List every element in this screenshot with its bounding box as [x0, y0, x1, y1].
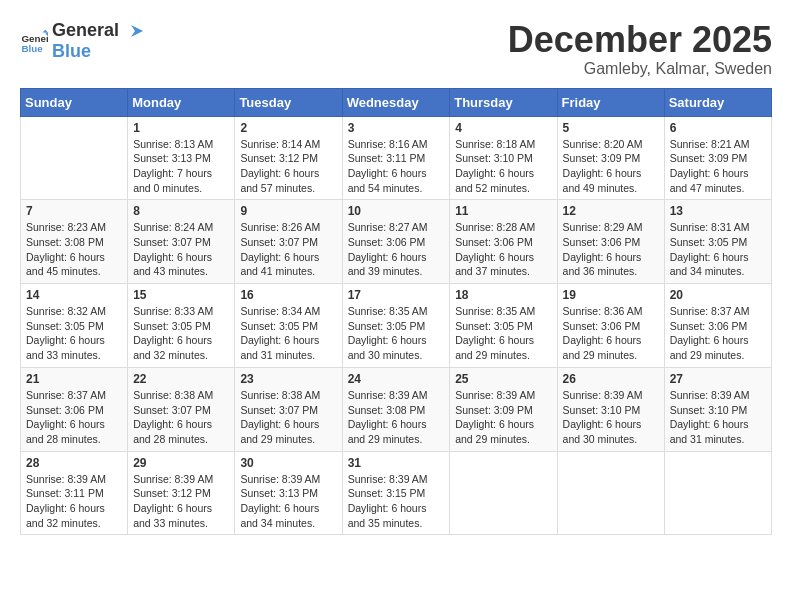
day-info: Sunrise: 8:37 AMSunset: 3:06 PMDaylight:…: [26, 388, 122, 447]
logo-arrow-icon: [121, 23, 143, 39]
calendar-day-cell: [450, 451, 557, 535]
weekday-header-row: SundayMondayTuesdayWednesdayThursdayFrid…: [21, 88, 772, 116]
day-info: Sunrise: 8:34 AMSunset: 3:05 PMDaylight:…: [240, 304, 336, 363]
weekday-header-cell: Thursday: [450, 88, 557, 116]
day-number: 10: [348, 204, 445, 218]
day-info: Sunrise: 8:29 AMSunset: 3:06 PMDaylight:…: [563, 220, 659, 279]
day-info: Sunrise: 8:24 AMSunset: 3:07 PMDaylight:…: [133, 220, 229, 279]
day-info: Sunrise: 8:13 AMSunset: 3:13 PMDaylight:…: [133, 137, 229, 196]
day-number: 26: [563, 372, 659, 386]
day-info: Sunrise: 8:31 AMSunset: 3:05 PMDaylight:…: [670, 220, 766, 279]
day-info: Sunrise: 8:26 AMSunset: 3:07 PMDaylight:…: [240, 220, 336, 279]
day-info: Sunrise: 8:36 AMSunset: 3:06 PMDaylight:…: [563, 304, 659, 363]
day-number: 21: [26, 372, 122, 386]
calendar-day-cell: 26 Sunrise: 8:39 AMSunset: 3:10 PMDaylig…: [557, 367, 664, 451]
day-info: Sunrise: 8:39 AMSunset: 3:10 PMDaylight:…: [670, 388, 766, 447]
calendar-day-cell: [21, 116, 128, 200]
day-number: 9: [240, 204, 336, 218]
calendar-body: 1 Sunrise: 8:13 AMSunset: 3:13 PMDayligh…: [21, 116, 772, 535]
calendar-day-cell: 27 Sunrise: 8:39 AMSunset: 3:10 PMDaylig…: [664, 367, 771, 451]
calendar-day-cell: 7 Sunrise: 8:23 AMSunset: 3:08 PMDayligh…: [21, 200, 128, 284]
day-number: 2: [240, 121, 336, 135]
day-info: Sunrise: 8:39 AMSunset: 3:15 PMDaylight:…: [348, 472, 445, 531]
day-info: Sunrise: 8:39 AMSunset: 3:10 PMDaylight:…: [563, 388, 659, 447]
svg-text:Blue: Blue: [21, 43, 43, 54]
calendar-week-row: 21 Sunrise: 8:37 AMSunset: 3:06 PMDaylig…: [21, 367, 772, 451]
calendar-day-cell: 2 Sunrise: 8:14 AMSunset: 3:12 PMDayligh…: [235, 116, 342, 200]
calendar-day-cell: 17 Sunrise: 8:35 AMSunset: 3:05 PMDaylig…: [342, 284, 450, 368]
day-number: 23: [240, 372, 336, 386]
day-info: Sunrise: 8:32 AMSunset: 3:05 PMDaylight:…: [26, 304, 122, 363]
calendar-day-cell: 21 Sunrise: 8:37 AMSunset: 3:06 PMDaylig…: [21, 367, 128, 451]
weekday-header-cell: Wednesday: [342, 88, 450, 116]
day-number: 15: [133, 288, 229, 302]
day-info: Sunrise: 8:28 AMSunset: 3:06 PMDaylight:…: [455, 220, 551, 279]
day-number: 24: [348, 372, 445, 386]
calendar-day-cell: 18 Sunrise: 8:35 AMSunset: 3:05 PMDaylig…: [450, 284, 557, 368]
day-info: Sunrise: 8:16 AMSunset: 3:11 PMDaylight:…: [348, 137, 445, 196]
day-number: 8: [133, 204, 229, 218]
day-number: 28: [26, 456, 122, 470]
calendar-day-cell: 8 Sunrise: 8:24 AMSunset: 3:07 PMDayligh…: [128, 200, 235, 284]
weekday-header-cell: Sunday: [21, 88, 128, 116]
weekday-header-cell: Monday: [128, 88, 235, 116]
calendar-day-cell: 5 Sunrise: 8:20 AMSunset: 3:09 PMDayligh…: [557, 116, 664, 200]
calendar-week-row: 28 Sunrise: 8:39 AMSunset: 3:11 PMDaylig…: [21, 451, 772, 535]
calendar-day-cell: 11 Sunrise: 8:28 AMSunset: 3:06 PMDaylig…: [450, 200, 557, 284]
day-info: Sunrise: 8:39 AMSunset: 3:12 PMDaylight:…: [133, 472, 229, 531]
day-number: 27: [670, 372, 766, 386]
day-number: 3: [348, 121, 445, 135]
calendar-day-cell: [664, 451, 771, 535]
calendar-day-cell: 12 Sunrise: 8:29 AMSunset: 3:06 PMDaylig…: [557, 200, 664, 284]
month-title: December 2025: [508, 20, 772, 60]
svg-marker-4: [131, 25, 143, 37]
calendar-week-row: 14 Sunrise: 8:32 AMSunset: 3:05 PMDaylig…: [21, 284, 772, 368]
calendar-week-row: 7 Sunrise: 8:23 AMSunset: 3:08 PMDayligh…: [21, 200, 772, 284]
day-number: 11: [455, 204, 551, 218]
location-title: Gamleby, Kalmar, Sweden: [508, 60, 772, 78]
logo-general-text: General: [52, 20, 119, 41]
weekday-header-cell: Tuesday: [235, 88, 342, 116]
calendar-day-cell: 13 Sunrise: 8:31 AMSunset: 3:05 PMDaylig…: [664, 200, 771, 284]
calendar-day-cell: 1 Sunrise: 8:13 AMSunset: 3:13 PMDayligh…: [128, 116, 235, 200]
day-info: Sunrise: 8:18 AMSunset: 3:10 PMDaylight:…: [455, 137, 551, 196]
day-info: Sunrise: 8:39 AMSunset: 3:09 PMDaylight:…: [455, 388, 551, 447]
calendar-day-cell: 20 Sunrise: 8:37 AMSunset: 3:06 PMDaylig…: [664, 284, 771, 368]
svg-marker-2: [42, 30, 48, 33]
day-number: 29: [133, 456, 229, 470]
day-number: 14: [26, 288, 122, 302]
day-info: Sunrise: 8:23 AMSunset: 3:08 PMDaylight:…: [26, 220, 122, 279]
day-number: 6: [670, 121, 766, 135]
calendar-day-cell: 15 Sunrise: 8:33 AMSunset: 3:05 PMDaylig…: [128, 284, 235, 368]
logo-blue-text: Blue: [52, 41, 91, 61]
calendar-day-cell: 25 Sunrise: 8:39 AMSunset: 3:09 PMDaylig…: [450, 367, 557, 451]
title-area: December 2025 Gamleby, Kalmar, Sweden: [508, 20, 772, 78]
day-number: 30: [240, 456, 336, 470]
day-info: Sunrise: 8:39 AMSunset: 3:13 PMDaylight:…: [240, 472, 336, 531]
calendar-day-cell: 10 Sunrise: 8:27 AMSunset: 3:06 PMDaylig…: [342, 200, 450, 284]
day-number: 12: [563, 204, 659, 218]
day-number: 22: [133, 372, 229, 386]
calendar-day-cell: 28 Sunrise: 8:39 AMSunset: 3:11 PMDaylig…: [21, 451, 128, 535]
day-number: 5: [563, 121, 659, 135]
day-info: Sunrise: 8:39 AMSunset: 3:08 PMDaylight:…: [348, 388, 445, 447]
day-info: Sunrise: 8:35 AMSunset: 3:05 PMDaylight:…: [455, 304, 551, 363]
calendar-day-cell: 22 Sunrise: 8:38 AMSunset: 3:07 PMDaylig…: [128, 367, 235, 451]
day-number: 7: [26, 204, 122, 218]
day-number: 1: [133, 121, 229, 135]
calendar-day-cell: 23 Sunrise: 8:38 AMSunset: 3:07 PMDaylig…: [235, 367, 342, 451]
calendar-table: SundayMondayTuesdayWednesdayThursdayFrid…: [20, 88, 772, 536]
calendar-day-cell: 3 Sunrise: 8:16 AMSunset: 3:11 PMDayligh…: [342, 116, 450, 200]
weekday-header-cell: Saturday: [664, 88, 771, 116]
day-number: 25: [455, 372, 551, 386]
day-number: 13: [670, 204, 766, 218]
calendar-day-cell: 19 Sunrise: 8:36 AMSunset: 3:06 PMDaylig…: [557, 284, 664, 368]
calendar-day-cell: 30 Sunrise: 8:39 AMSunset: 3:13 PMDaylig…: [235, 451, 342, 535]
calendar-day-cell: 4 Sunrise: 8:18 AMSunset: 3:10 PMDayligh…: [450, 116, 557, 200]
logo-icon: General Blue: [20, 27, 48, 55]
calendar-day-cell: 6 Sunrise: 8:21 AMSunset: 3:09 PMDayligh…: [664, 116, 771, 200]
header: General Blue General Blue December 2025 …: [20, 20, 772, 78]
day-info: Sunrise: 8:20 AMSunset: 3:09 PMDaylight:…: [563, 137, 659, 196]
day-info: Sunrise: 8:38 AMSunset: 3:07 PMDaylight:…: [240, 388, 336, 447]
day-number: 4: [455, 121, 551, 135]
